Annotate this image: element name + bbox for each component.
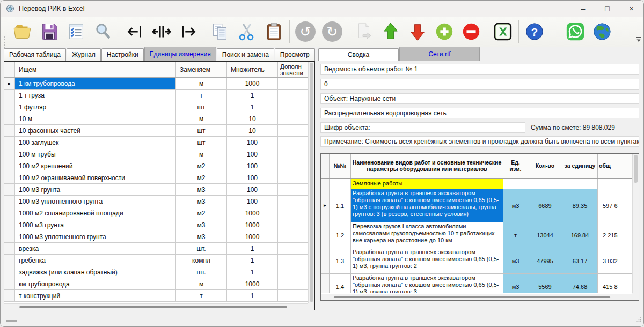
tab-journal[interactable]: Журнал [67,48,101,61]
extra-value-cell[interactable] [278,266,308,278]
row-selector-cell[interactable] [4,255,15,266]
multiplier-cell[interactable]: 1 [227,90,278,101]
extra-value-cell[interactable] [278,160,308,172]
qty-cell[interactable]: 5569 [528,274,562,293]
table-row[interactable]: 1000 м3 уплотненного грунтам31000 [4,231,308,243]
toolbar-button-search[interactable] [90,18,116,45]
price-cell[interactable]: 169.84 [562,222,598,248]
find-cell[interactable]: 1000 м2 спланированной площади [15,207,176,219]
row-selector-cell[interactable] [321,248,330,273]
extra-value-cell[interactable] [278,231,308,242]
multiplier-cell[interactable]: 100 [227,148,278,160]
find-cell[interactable]: 1000 м3 уплотненного грунта [15,231,176,242]
toolbar-button-open-folder[interactable] [9,18,36,45]
multiplier-cell[interactable]: 1 [227,243,278,254]
multiplier-cell[interactable]: 1 [227,290,278,301]
find-cell[interactable]: 100 м2 креплений [15,160,176,172]
multiplier-cell[interactable]: 10 [227,113,278,124]
qty-cell[interactable] [528,179,562,189]
work-name-cell[interactable]: Разработка грунта в траншеях экскаваторо… [351,248,503,273]
section-name-cell[interactable]: Земляные работы [351,179,503,189]
works-row[interactable]: 1.4Разработка грунта в траншеях экскават… [321,274,632,293]
toolbar-button-arrow-down-red[interactable] [404,18,431,45]
table-row[interactable]: задвижка (или клапан обратный)шт.1 [4,266,308,278]
find-cell[interactable]: 1 футляр [15,101,176,113]
multiplier-cell[interactable]: 100 [227,137,278,148]
extra-value-cell[interactable] [278,207,308,219]
extra-value-cell[interactable] [278,278,308,289]
find-cell[interactable]: 100 м3 грунта [15,184,176,195]
works-header-name[interactable]: Наименование видов работ и основные техн… [351,154,503,178]
toolbar-button-collapse-column-left[interactable] [121,18,148,45]
table-row[interactable]: врезкашт.1 [4,243,308,255]
row-selector-cell[interactable] [4,148,15,160]
works-v-scrollbar[interactable] [632,154,639,293]
row-selector-cell[interactable] [4,160,15,172]
replace-cell[interactable]: шт [176,137,227,148]
extra-value-cell[interactable] [278,196,308,207]
table-row[interactable]: гребенкакомпл1 [4,255,308,266]
total-cell[interactable]: 2 215 [598,222,632,248]
replace-cell[interactable]: шт [176,101,227,113]
work-name-cell[interactable]: Перевозка грузов I класса автомобилями-с… [351,222,503,248]
replace-cell[interactable]: м [176,148,227,160]
tab-working-table[interactable]: Рабочая таблица [4,48,66,61]
work-name-cell[interactable]: Разработка грунта в траншеях экскаваторо… [351,274,503,293]
table-row[interactable]: 10 мм10 [4,113,308,125]
toolbar-overflow-button[interactable] [635,36,642,43]
toolbar-button-whatsapp[interactable] [562,18,589,45]
toolbar-button-checklist[interactable] [63,18,90,45]
row-selector-cell[interactable] [4,184,15,195]
qty-cell[interactable]: 6689 [528,189,562,222]
replace-cell[interactable]: м3 [176,219,227,231]
find-cell[interactable]: задвижка (или клапан обратный) [15,266,176,278]
row-selector-cell[interactable] [4,196,15,207]
replace-cell[interactable]: т [176,290,227,301]
toolbar-button-undo[interactable]: ↺ [292,18,319,45]
resize-grip[interactable] [636,315,642,325]
toolbar-button-expand-columns[interactable] [148,18,175,45]
toolbar-button-cut[interactable] [233,18,260,45]
multiplier-cell[interactable]: 1000 [227,207,278,219]
multiplier-cell[interactable]: 100 [227,196,278,207]
works-row[interactable]: 1.3Разработка грунта в траншеях экскават… [321,248,632,274]
toolbar-button-arrow-up-green[interactable] [377,18,404,45]
extra-value-cell[interactable] [278,90,308,101]
statement-title-input[interactable]: Ведомость объемов работ № 1 [320,64,639,75]
unit-cell[interactable]: м3 [503,274,528,293]
minimize-button[interactable]: – [571,1,595,17]
extra-value-cell[interactable] [278,137,308,148]
total-cell[interactable]: 597 6 [598,189,632,222]
row-selector-cell[interactable] [4,207,15,219]
replace-cell[interactable]: м2 [176,172,227,183]
units-v-scrollbar[interactable] [308,62,314,303]
works-header-price[interactable]: за единицу [562,154,598,178]
row-selector-cell[interactable] [4,278,15,289]
value-input[interactable]: 0 [320,79,639,90]
price-cell[interactable]: 63.17 [562,248,598,273]
replace-cell[interactable]: м2 [176,160,227,172]
row-selector-cell[interactable] [4,219,15,231]
table-row[interactable]: 10 фасонных частейшт10 [4,125,308,137]
find-cell[interactable]: 100 м3 уплотненного грунта [15,196,176,207]
table-row[interactable]: 1 т грузат1 [4,90,308,101]
extra-value-cell[interactable] [278,184,308,195]
table-row[interactable]: 100 заглушекшт100 [4,137,308,148]
total-cell[interactable]: 415 8 [598,274,632,293]
object-input[interactable]: Объект: Наружные сети [320,93,639,104]
works-header-unit[interactable]: Ед. изм. [503,154,528,178]
row-selector-cell[interactable] [321,179,330,189]
extra-value-cell[interactable] [278,219,308,231]
extra-value-cell[interactable] [278,148,308,160]
row-selector-cell[interactable] [4,290,15,301]
multiplier-cell[interactable]: 1 [227,255,278,266]
table-row[interactable]: 100 м3 уплотненного грунтам3100 [4,196,308,207]
toolbar-button-minus-red[interactable] [458,18,485,45]
row-selector-cell[interactable] [4,172,15,183]
extra-value-cell[interactable] [278,101,308,113]
price-cell[interactable]: 89.35 [562,189,598,222]
total-cell[interactable] [598,179,632,189]
price-cell[interactable]: 74.68 [562,274,598,293]
table-row[interactable]: 100 м3 грунтам3100 [4,184,308,196]
units-header-find[interactable]: Ищем [15,62,176,77]
